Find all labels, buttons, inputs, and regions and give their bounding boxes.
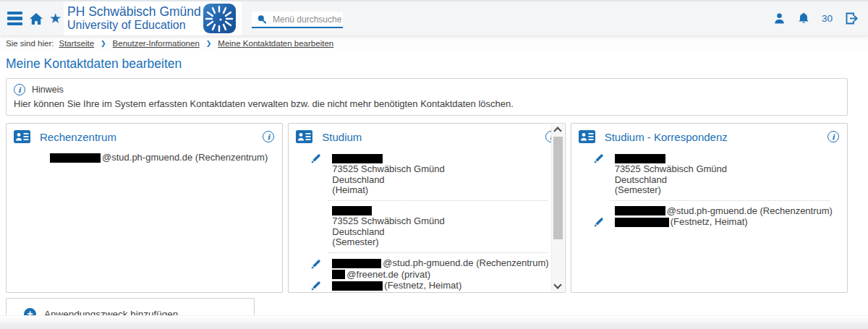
contact-text: 73525 Schwäbisch Gmünd bbox=[332, 164, 444, 175]
contact-text: (Semester) bbox=[615, 185, 661, 196]
contact-line: @stud.ph-gmuend.de (Rechenzentrum) bbox=[310, 258, 547, 270]
contact-line: (Heimat) bbox=[310, 185, 547, 196]
card-title: Rechenzentrum bbox=[40, 131, 263, 143]
contact-card-icon bbox=[579, 130, 595, 143]
contact-text: (Heimat) bbox=[332, 185, 368, 196]
contact-entry: 73525 Schwäbisch GmündDeutschland(Semest… bbox=[310, 206, 547, 248]
contact-line: @stud.ph-gmuend.de (Rechenzentrum) bbox=[28, 153, 265, 163]
contact-text: Deutschland bbox=[332, 175, 384, 186]
contact-card-icon bbox=[14, 130, 30, 143]
contact-line: @freenet.de (privat) bbox=[310, 270, 547, 281]
contact-line bbox=[310, 153, 547, 164]
contact-text: @stud.ph-gmuend.de (Rechenzentrum) bbox=[102, 153, 268, 163]
contact-line: (Semester) bbox=[593, 185, 830, 196]
card-studium: Studiumi 73525 Schwäbisch GmündDeutschla… bbox=[288, 123, 565, 293]
contact-entry: 73525 Schwäbisch GmündDeutschland(Heimat… bbox=[310, 153, 547, 196]
contact-entry: 73525 Schwäbisch GmündDeutschland(Semest… bbox=[593, 153, 830, 196]
breadcrumb-link[interactable]: Startseite bbox=[59, 39, 94, 48]
logout-icon[interactable] bbox=[845, 12, 858, 25]
redacted-value bbox=[332, 259, 381, 268]
breadcrumb-link[interactable]: Benutzer-Informationen bbox=[113, 39, 200, 48]
card-body: @stud.ph-gmuend.de (Rechenzentrum) bbox=[7, 146, 282, 163]
card-scrollbar[interactable] bbox=[551, 124, 564, 291]
redacted-value bbox=[615, 206, 665, 215]
card-studium-korrespondenz: Studium - Korrespondenzi 73525 Schwäbisc… bbox=[571, 123, 848, 293]
user-icon[interactable] bbox=[773, 12, 786, 25]
redacted-value bbox=[615, 218, 669, 227]
notification-count[interactable]: 30 bbox=[822, 13, 833, 24]
page-title: Meine Kontaktdaten bearbeiten bbox=[6, 56, 868, 72]
scrollbar-thumb[interactable] bbox=[553, 137, 563, 239]
notifications-bell-icon[interactable] bbox=[798, 12, 809, 25]
contact-text: @stud.ph-gmuend.de (Rechenzentrum) bbox=[383, 258, 548, 269]
scroll-down-icon[interactable] bbox=[552, 280, 564, 291]
card-title: Studium bbox=[322, 131, 545, 143]
contact-line bbox=[593, 153, 830, 164]
edit-pencil-icon[interactable] bbox=[593, 153, 605, 164]
info-icon[interactable]: i bbox=[827, 131, 839, 142]
info-icon[interactable]: i bbox=[263, 131, 274, 142]
contact-text: (Festnetz, Heimat) bbox=[671, 217, 748, 228]
contact-line: Deutschland bbox=[310, 227, 547, 238]
contact-line: 73525 Schwäbisch Gmünd bbox=[310, 216, 547, 227]
redacted-value bbox=[332, 206, 372, 215]
contact-line bbox=[310, 206, 547, 217]
contact-line: Deutschland bbox=[593, 175, 830, 186]
contact-text: @freenet.de (privat) bbox=[346, 270, 430, 281]
menu-search bbox=[252, 12, 343, 28]
entry-separator bbox=[328, 252, 547, 253]
redacted-value bbox=[50, 153, 101, 163]
breadcrumb-arrow-icon: ❯ bbox=[205, 40, 213, 47]
contact-text: @stud.ph-gmuend.de (Rechenzentrum) bbox=[667, 206, 833, 217]
search-icon bbox=[258, 14, 266, 24]
pencil-slot bbox=[593, 153, 615, 164]
contact-text: Deutschland bbox=[332, 227, 384, 238]
app-header: ★ PH Schwäbisch Gmünd University of Educ… bbox=[0, 0, 868, 35]
redacted-value bbox=[332, 270, 345, 279]
info-icon: i bbox=[14, 84, 25, 95]
edit-pencil-icon[interactable] bbox=[310, 153, 322, 164]
contact-line: (Festnetz, Heimat) bbox=[593, 216, 830, 228]
breadcrumb-items: Startseite❯Benutzer-Informationen❯Meine … bbox=[59, 39, 333, 48]
contact-text: (Festnetz, Heimat) bbox=[384, 281, 461, 291]
contact-entry: @stud.ph-gmuend.de (Rechenzentrum) bbox=[28, 153, 265, 163]
entry-separator bbox=[610, 200, 830, 201]
logo-line2: University of Education bbox=[67, 19, 201, 32]
edit-pencil-icon[interactable] bbox=[310, 258, 322, 270]
menu-icon[interactable] bbox=[7, 1, 22, 35]
search-input[interactable] bbox=[271, 14, 343, 25]
breadcrumb-prefix: Sie sind hier: bbox=[6, 39, 54, 48]
contact-text: Deutschland bbox=[615, 175, 667, 186]
edit-pencil-icon[interactable] bbox=[310, 280, 322, 291]
contact-text: 73525 Schwäbisch Gmünd bbox=[615, 164, 727, 175]
edit-pencil-icon[interactable] bbox=[593, 216, 605, 228]
contact-line: 73525 Schwäbisch Gmünd bbox=[310, 164, 547, 175]
hint-box: i Hinweis Hier können Sie Ihre im System… bbox=[6, 78, 848, 116]
home-icon[interactable] bbox=[29, 1, 43, 35]
contact-card-icon bbox=[296, 130, 312, 143]
logo[interactable]: PH Schwäbisch Gmünd University of Educat… bbox=[64, 1, 242, 35]
contact-entry: @stud.ph-gmuend.de (Rechenzentrum)@freen… bbox=[310, 258, 547, 292]
breadcrumb: Sie sind hier: Startseite❯Benutzer-Infor… bbox=[0, 35, 868, 50]
logo-line1: PH Schwäbisch Gmünd bbox=[67, 5, 201, 20]
contact-text: 73525 Schwäbisch Gmünd bbox=[332, 216, 444, 227]
card-header: Studium - Korrespondenzi bbox=[571, 124, 847, 146]
card-header: Rechenzentrumi bbox=[7, 124, 282, 146]
card-header: Studiumi bbox=[289, 124, 564, 146]
card-body: 73525 Schwäbisch GmündDeutschland(Heimat… bbox=[289, 146, 564, 291]
contact-text: (Semester) bbox=[332, 237, 378, 248]
redacted-value bbox=[615, 154, 665, 163]
entry-separator bbox=[328, 200, 547, 201]
contact-line: Deutschland bbox=[310, 175, 547, 186]
page-footer bbox=[0, 315, 868, 329]
redacted-value bbox=[332, 154, 383, 163]
favorites-star-icon[interactable]: ★ bbox=[49, 1, 61, 35]
breadcrumb-link[interactable]: Meine Kontaktdaten bearbeiten bbox=[218, 39, 333, 48]
card-rechenzentrum: Rechenzentrumi@stud.ph-gmuend.de (Rechen… bbox=[6, 123, 283, 293]
contact-line: @stud.ph-gmuend.de (Rechenzentrum) bbox=[593, 206, 830, 217]
hint-text: Hier können Sie Ihre im System erfassten… bbox=[14, 98, 840, 109]
card-body: 73525 Schwäbisch GmündDeutschland(Semest… bbox=[571, 146, 847, 228]
pencil-slot bbox=[310, 153, 332, 164]
redacted-value bbox=[332, 281, 383, 291]
contact-entry: @stud.ph-gmuend.de (Rechenzentrum) (Fest… bbox=[593, 206, 830, 228]
